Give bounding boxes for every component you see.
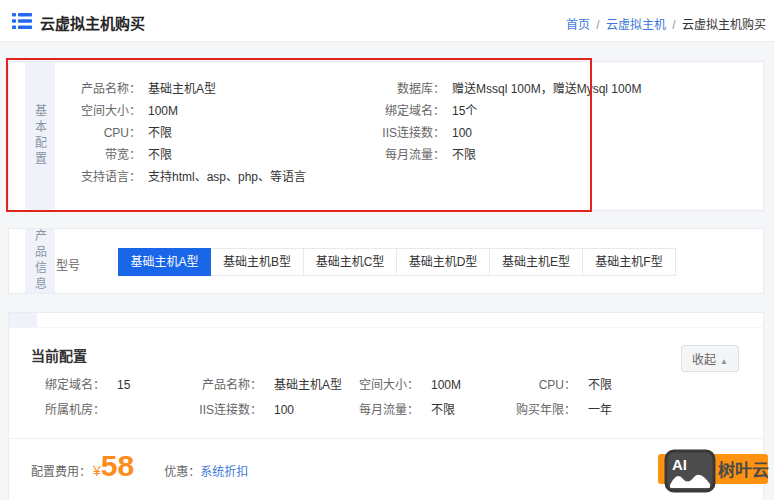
product-info-section-strip: 产品信息 xyxy=(25,229,55,293)
config-cell-bound-domains: 绑定域名： 15 xyxy=(29,379,186,392)
config-cell-space-size: 空间大小： 100M xyxy=(343,379,500,392)
field-value: 100 xyxy=(452,127,472,140)
current-config-rows: 绑定域名： 15 产品名称： 基础主机A型 空间大小： 100M CPU： 不限… xyxy=(29,379,743,429)
currency-symbol: ¥ xyxy=(93,463,101,479)
product-info-section-label: 产品信息 xyxy=(32,229,49,293)
tab-host-type-c[interactable]: 基础主机C型 xyxy=(304,248,397,276)
config-row-space-size: 空间大小： 100M xyxy=(69,105,361,118)
config-row-database: 数据库： 赠送Mssql 100M，赠送Mysql 100M xyxy=(361,83,763,96)
section-strip-stub xyxy=(9,313,37,327)
basic-config-content: 产品名称： 基础主机A型 空间大小： 100M CPU： 不限 带宽： 不限 支… xyxy=(9,62,763,193)
field-label: 空间大小： xyxy=(343,379,419,392)
field-label: CPU： xyxy=(500,379,576,392)
basic-config-section-strip: 基本配置 xyxy=(25,62,55,210)
config-cell-datacenter: 所属机房： xyxy=(29,404,186,417)
breadcrumb-current: 云虚拟主机购买 xyxy=(682,18,766,32)
divider xyxy=(9,438,763,439)
product-info-card: 产品信息 型号 基础主机A型 基础主机B型 基础主机C型 基础主机D型 基础主机… xyxy=(8,228,764,294)
field-label: 购买年限： xyxy=(500,404,576,417)
basic-config-card: 基本配置 产品名称： 基础主机A型 空间大小： 100M CPU： 不限 带宽：… xyxy=(8,61,764,211)
field-value: 不限 xyxy=(148,127,172,140)
field-value: 基础主机A型 xyxy=(148,83,216,96)
field-value: 支持html、asp、php、等语言 xyxy=(148,171,306,184)
field-label: 每月流量： xyxy=(361,149,445,162)
chevron-up-icon: ▲ xyxy=(720,357,728,366)
field-value: 不限 xyxy=(452,149,476,162)
field-label: CPU： xyxy=(69,127,141,140)
field-label: 产品名称： xyxy=(186,379,262,392)
config-row-cpu: CPU： 不限 xyxy=(69,127,361,140)
config-row-bandwidth: 带宽： 不限 xyxy=(69,149,361,162)
divider xyxy=(9,327,763,328)
field-label: 每月流量： xyxy=(343,404,419,417)
discount-link[interactable]: 系统折扣 xyxy=(200,462,248,479)
current-config-card: 当前配置 收起▲ 绑定域名： 15 产品名称： 基础主机A型 空间大小： 100… xyxy=(8,312,764,500)
config-cell-purchase-term: 购买年限： 一年 xyxy=(500,404,612,417)
field-label: 空间大小： xyxy=(69,105,141,118)
config-row: 所属机房： IIS连接数： 100 每月流量： 不限 购买年限： 一年 xyxy=(29,404,743,417)
field-label: 绑定域名： xyxy=(29,379,105,392)
basic-config-left-column: 产品名称： 基础主机A型 空间大小： 100M CPU： 不限 带宽： 不限 支… xyxy=(69,83,361,193)
breadcrumb-home[interactable]: 首页 xyxy=(566,18,590,32)
discount-label: 优惠： xyxy=(164,462,200,479)
field-value: 基础主机A型 xyxy=(274,379,342,392)
field-label: IIS连接数： xyxy=(361,127,445,140)
tab-host-type-d[interactable]: 基础主机D型 xyxy=(397,248,490,276)
config-cell-iis-connections: IIS连接数： 100 xyxy=(186,404,343,417)
breadcrumb: 首页 / 云虚拟主机 / 云虚拟主机购买 xyxy=(566,15,766,32)
basic-config-section-label: 基本配置 xyxy=(32,104,49,168)
field-label: 绑定域名： xyxy=(361,105,445,118)
config-row: 绑定域名： 15 产品名称： 基础主机A型 空间大小： 100M CPU： 不限 xyxy=(29,379,743,392)
config-cell-product-name: 产品名称： 基础主机A型 xyxy=(186,379,343,392)
field-value: 100M xyxy=(431,379,461,392)
config-row-product-name: 产品名称： 基础主机A型 xyxy=(69,83,361,96)
field-label: IIS连接数： xyxy=(186,404,262,417)
tab-host-type-b[interactable]: 基础主机B型 xyxy=(211,248,304,276)
tab-host-type-f[interactable]: 基础主机F型 xyxy=(583,248,676,276)
breadcrumb-separator: / xyxy=(596,18,599,32)
collapse-button-label: 收起 xyxy=(692,353,716,367)
field-label: 支持语言： xyxy=(69,171,141,184)
current-config-title: 当前配置 xyxy=(31,345,87,365)
field-value: 100M xyxy=(148,105,178,118)
cloud-host-purchase-page: { "header": { "title": "云虚拟主机购买", "bread… xyxy=(0,0,774,500)
config-row-monthly-traffic: 每月流量： 不限 xyxy=(361,149,763,162)
fee-row: 配置费用： ¥ 58 优惠： 系统折扣 xyxy=(31,451,248,481)
model-label: 型号 xyxy=(56,256,80,273)
field-value: 不限 xyxy=(148,149,172,162)
breadcrumb-separator: / xyxy=(672,18,675,32)
tab-host-type-a[interactable]: 基础主机A型 xyxy=(118,248,211,276)
field-value: 一年 xyxy=(588,404,612,417)
buy-button[interactable] xyxy=(658,454,768,484)
field-value: 15个 xyxy=(452,105,477,118)
basic-config-right-column: 数据库： 赠送Mssql 100M，赠送Mysql 100M 绑定域名： 15个… xyxy=(361,83,763,193)
config-cell-monthly-traffic: 每月流量： 不限 xyxy=(343,404,500,417)
field-label: 所属机房： xyxy=(29,404,105,417)
field-label: 数据库： xyxy=(361,83,445,96)
server-list-icon xyxy=(12,12,32,30)
config-row-bound-domains: 绑定域名： 15个 xyxy=(361,105,763,118)
field-value: 不限 xyxy=(588,379,612,392)
collapse-button[interactable]: 收起▲ xyxy=(681,345,739,372)
host-type-tabs: 基础主机A型 基础主机B型 基础主机C型 基础主机D型 基础主机E型 基础主机F… xyxy=(118,248,676,276)
fee-label: 配置费用： xyxy=(31,462,91,479)
field-value: 不限 xyxy=(431,404,455,417)
field-label: 带宽： xyxy=(69,149,141,162)
config-row-languages: 支持语言： 支持html、asp、php、等语言 xyxy=(69,171,361,184)
field-value: 15 xyxy=(117,379,130,392)
config-cell-cpu: CPU： 不限 xyxy=(500,379,612,392)
fee-amount: 58 xyxy=(101,451,134,481)
page-title: 云虚拟主机购买 xyxy=(40,12,145,33)
breadcrumb-cloud-host[interactable]: 云虚拟主机 xyxy=(606,18,666,32)
field-label: 产品名称： xyxy=(69,83,141,96)
config-row-iis-connections: IIS连接数： 100 xyxy=(361,127,763,140)
tab-host-type-e[interactable]: 基础主机E型 xyxy=(490,248,583,276)
field-value: 100 xyxy=(274,404,294,417)
top-bar: 云虚拟主机购买 首页 / 云虚拟主机 / 云虚拟主机购买 xyxy=(0,0,774,42)
field-value: 赠送Mssql 100M，赠送Mysql 100M xyxy=(452,83,641,96)
